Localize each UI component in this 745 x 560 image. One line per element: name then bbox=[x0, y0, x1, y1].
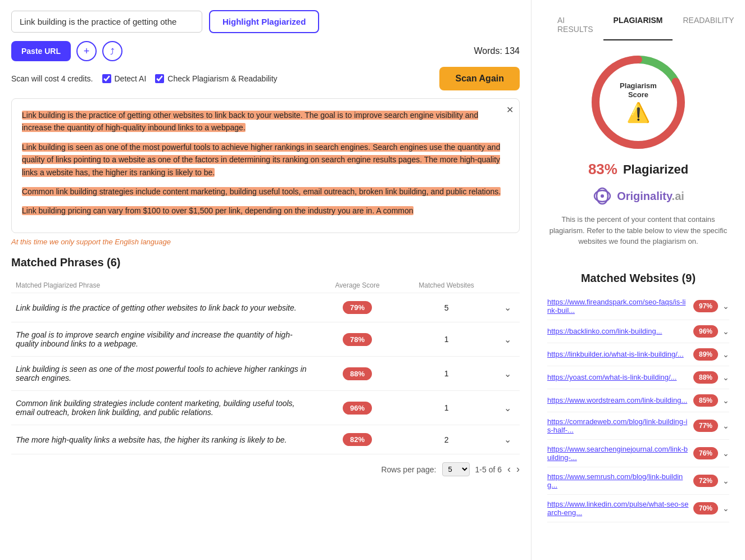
phrase-score: 78% bbox=[317, 322, 398, 357]
phrase-text: Link building is seen as one of the most… bbox=[11, 357, 317, 391]
export-icon: ⤴ bbox=[110, 47, 115, 56]
circle-label: Plagiarism Score bbox=[620, 81, 657, 99]
website-link[interactable]: https://www.wordstream.com/link-building… bbox=[547, 396, 689, 404]
website-link[interactable]: https://yoast.com/what-is-link-building/… bbox=[547, 373, 689, 381]
rows-per-page-label: Rows per page: bbox=[381, 465, 436, 474]
table-row: Link building is seen as one of the most… bbox=[11, 357, 520, 391]
pagination: Rows per page: 5 10 1-5 of 6 ‹ › bbox=[11, 462, 520, 476]
website-link[interactable]: https://backlinko.com/link-building... bbox=[547, 327, 689, 335]
language-note: At this time we only support the English… bbox=[11, 238, 520, 246]
text-content-area: ✕ Link building is the practice of getti… bbox=[11, 98, 520, 233]
highlight-plagiarized-button[interactable]: Highlight Plagiarized bbox=[209, 10, 319, 33]
check-plagiarism-label: Check Plagiarism & Readability bbox=[167, 74, 277, 83]
expand-row-button[interactable]: ⌄ bbox=[504, 434, 511, 445]
website-link[interactable]: https://www.searchenginejournal.com/link… bbox=[547, 445, 689, 462]
website-link[interactable]: https://linkbuilder.io/what-is-link-buil… bbox=[547, 350, 689, 358]
credits-text: Scan will cost 4 credits. bbox=[11, 74, 93, 83]
website-row: https://linkbuilder.io/what-is-link-buil… bbox=[547, 343, 729, 366]
phrase-websites: 1 bbox=[398, 391, 495, 425]
highlighted-text-1: Link building is the practice of getting… bbox=[22, 111, 478, 132]
website-link[interactable]: https://comradeweb.com/blog/link-buildin… bbox=[547, 417, 689, 434]
website-score: 72% bbox=[693, 475, 718, 487]
phrase-websites: 1 bbox=[398, 322, 495, 357]
col-phrase: Matched Plagiarized Phrase bbox=[11, 278, 317, 293]
tab-readability[interactable]: READABILITY bbox=[673, 10, 744, 40]
circle-inner: Plagiarism Score ⚠️ bbox=[613, 81, 664, 124]
website-link[interactable]: https://www.linkedin.com/pulse/what-seo-… bbox=[547, 500, 689, 517]
plagiarism-percent: 83% bbox=[588, 161, 617, 178]
website-expand-button[interactable]: ⌄ bbox=[723, 421, 729, 430]
detect-ai-checkbox-label[interactable]: Detect AI bbox=[102, 74, 147, 83]
next-page-button[interactable]: › bbox=[516, 463, 520, 475]
plus-icon: + bbox=[84, 45, 90, 57]
phrase-websites: 2 bbox=[398, 425, 495, 454]
tab-ai-results[interactable]: AI RESULTS bbox=[547, 10, 603, 40]
expand-row-button[interactable]: ⌄ bbox=[504, 368, 511, 379]
tabs: AI RESULTS PLAGIARISM READABILITY bbox=[547, 10, 729, 40]
website-score: 76% bbox=[693, 447, 718, 459]
expand-row-button[interactable]: ⌄ bbox=[504, 334, 511, 345]
detect-ai-label: Detect AI bbox=[115, 74, 147, 83]
export-icon-button[interactable]: ⤴ bbox=[102, 41, 122, 61]
score-circle: Plagiarism Score ⚠️ bbox=[588, 52, 689, 153]
plagiarized-label: Plagiarized bbox=[623, 162, 688, 177]
phrase-text: Common link building strategies include … bbox=[11, 391, 317, 425]
website-expand-button[interactable]: ⌄ bbox=[723, 350, 729, 359]
scan-again-button[interactable]: Scan Again bbox=[439, 67, 520, 90]
website-row: https://www.searchenginejournal.com/link… bbox=[547, 440, 729, 467]
website-row: https://comradeweb.com/blog/link-buildin… bbox=[547, 412, 729, 440]
website-expand-button[interactable]: ⌄ bbox=[723, 476, 729, 485]
text-para-2: Link building is seen as one of the most… bbox=[22, 141, 509, 179]
originality-brand: Originality.ai bbox=[617, 190, 684, 203]
detect-ai-checkbox[interactable] bbox=[102, 74, 111, 83]
paste-url-button[interactable]: Paste URL bbox=[11, 41, 71, 61]
tab-plagiarism[interactable]: PLAGIARISM bbox=[603, 10, 673, 40]
score-description: This is the percent of your content that… bbox=[547, 214, 729, 247]
website-score: 88% bbox=[693, 371, 718, 384]
words-count: Words: 134 bbox=[474, 46, 520, 56]
text-input[interactable] bbox=[11, 11, 202, 33]
matched-websites-list: https://www.fireandspark.com/seo-faqs/is… bbox=[547, 293, 729, 522]
table-row: Common link building strategies include … bbox=[11, 391, 520, 425]
check-plagiarism-checkbox[interactable] bbox=[155, 74, 164, 83]
close-button[interactable]: ✕ bbox=[506, 104, 514, 115]
website-expand-button[interactable]: ⌄ bbox=[723, 449, 729, 458]
website-row: https://www.fireandspark.com/seo-faqs/is… bbox=[547, 293, 729, 320]
website-score: 85% bbox=[693, 394, 718, 407]
phrase-text: Link building is the practice of getting… bbox=[11, 293, 317, 322]
originality-logo: Originality.ai bbox=[592, 186, 684, 206]
website-expand-button[interactable]: ⌄ bbox=[723, 396, 729, 405]
website-row: https://backlinko.com/link-building... 9… bbox=[547, 320, 729, 343]
website-link[interactable]: https://www.semrush.com/blog/link-buildi… bbox=[547, 472, 689, 489]
website-expand-button[interactable]: ⌄ bbox=[723, 504, 729, 513]
website-score: 89% bbox=[693, 348, 718, 361]
website-row: https://yoast.com/what-is-link-building/… bbox=[547, 366, 729, 389]
originality-domain: .ai bbox=[672, 190, 684, 202]
matched-phrases-table: Matched Plagiarized Phrase Average Score… bbox=[11, 278, 520, 454]
website-expand-button[interactable]: ⌄ bbox=[723, 373, 729, 382]
col-websites: Matched Websites bbox=[398, 278, 495, 293]
text-para-3: Common link building strategies include … bbox=[22, 185, 509, 198]
website-score: 70% bbox=[693, 502, 718, 515]
prev-page-button[interactable]: ‹ bbox=[507, 463, 511, 475]
add-icon-button[interactable]: + bbox=[76, 41, 97, 61]
highlighted-text-2: Link building is seen as one of the most… bbox=[22, 143, 500, 177]
table-row: The more high-quality links a website ha… bbox=[11, 425, 520, 454]
website-link[interactable]: https://www.fireandspark.com/seo-faqs/is… bbox=[547, 298, 689, 315]
expand-row-button[interactable]: ⌄ bbox=[504, 302, 511, 313]
text-para-1: Link building is the practice of getting… bbox=[22, 109, 509, 134]
score-line: 83% Plagiarized bbox=[588, 161, 688, 178]
website-score: 97% bbox=[693, 300, 718, 312]
phrase-score: 79% bbox=[317, 293, 398, 322]
matched-websites-title: Matched Websites (9) bbox=[547, 272, 729, 285]
highlighted-text-3: Common link building strategies include … bbox=[22, 187, 501, 196]
website-row: https://www.wordstream.com/link-building… bbox=[547, 389, 729, 412]
website-row: https://www.linkedin.com/pulse/what-seo-… bbox=[547, 495, 729, 522]
website-expand-button[interactable]: ⌄ bbox=[723, 327, 729, 336]
check-plagiarism-checkbox-label[interactable]: Check Plagiarism & Readability bbox=[155, 74, 277, 83]
rows-per-page-select[interactable]: 5 10 bbox=[442, 462, 470, 476]
expand-row-button[interactable]: ⌄ bbox=[504, 403, 511, 413]
website-score: 77% bbox=[693, 420, 718, 432]
website-expand-button[interactable]: ⌄ bbox=[723, 302, 729, 311]
warning-icon: ⚠️ bbox=[613, 101, 664, 124]
